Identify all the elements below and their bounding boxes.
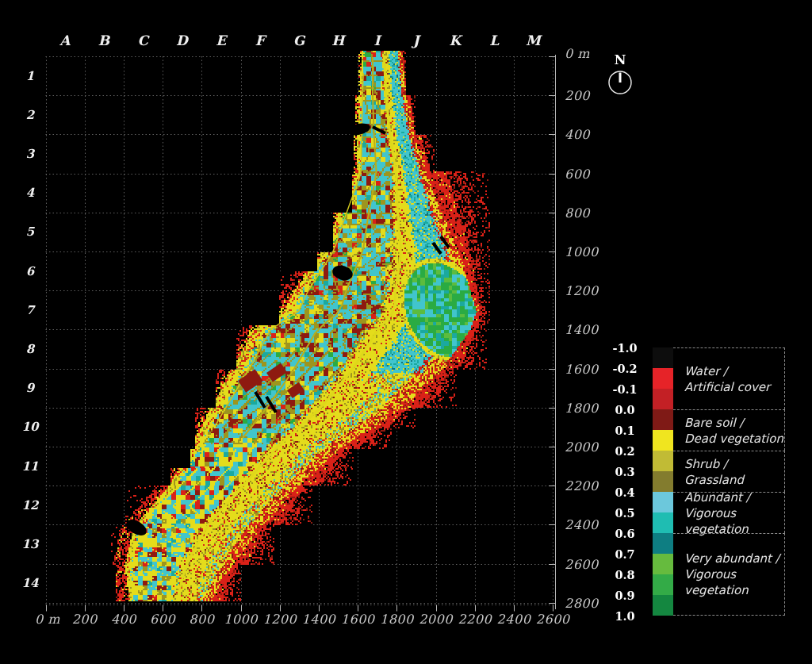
right-scale-tick-label: 2600 (565, 556, 599, 571)
grid-column-label: L (489, 33, 499, 48)
grid-row-label: 11 (22, 459, 39, 474)
bottom-scale-tick-label: 0 m (35, 612, 60, 627)
grid-row-label: 13 (22, 537, 39, 551)
grid-column-label: J (413, 33, 420, 48)
grid-column-label: D (176, 33, 188, 48)
legend-color-swatch (653, 492, 673, 512)
legend-group-box: Bare soil /Dead vegetation (673, 409, 785, 451)
legend-color-swatch (653, 574, 673, 595)
grid-row-label: 7 (26, 303, 34, 317)
legend-tick-value: 0.8 (615, 568, 634, 581)
bottom-scale-tick-label: 200 (72, 612, 98, 627)
right-scale-tick-label: 200 (565, 88, 590, 103)
legend-tick-value: -0.1 (612, 382, 637, 396)
grid-row-label: 2 (26, 108, 34, 122)
legend-tick-value: 0.9 (615, 589, 634, 602)
grid-column-label: A (59, 33, 71, 48)
bottom-scale-tick-label: 2400 (497, 612, 531, 627)
bottom-scale-tick-label: 400 (111, 612, 136, 627)
right-scale-tick-label: 600 (565, 166, 590, 181)
legend-group-label-line: Dead vegetation (684, 431, 783, 447)
ndvi-map-page: ABCDEFGHIJKLM 1234567891011121314 0 m200… (0, 0, 812, 664)
legend-tick-value: 0.5 (615, 506, 634, 520)
legend-group-label-line: Grassland (684, 472, 744, 488)
grid-row-label: 12 (22, 498, 39, 512)
legend-color-swatch (653, 554, 673, 574)
grid-row-label: 14 (22, 576, 39, 590)
right-scale-tick-label: 1200 (565, 283, 599, 298)
legend-group-box: Water /Artificial cover (673, 347, 785, 409)
grid-row-label: 9 (26, 381, 34, 395)
legend-tick-value: 1.0 (615, 609, 634, 623)
legend-color-swatch (653, 595, 673, 616)
legend-group-label-line: Vigorous vegetation (684, 566, 784, 598)
legend-tick-value: -1.0 (612, 341, 637, 355)
grid-row-label: 6 (26, 264, 34, 278)
right-scale-tick-label: 1800 (565, 400, 599, 415)
grid-row-label: 10 (22, 420, 39, 434)
right-scale-tick-label: 800 (565, 205, 590, 220)
grid-row-label: 8 (26, 342, 34, 356)
right-scale-tick-label: 1000 (565, 244, 599, 259)
legend-group-label: Shrub /Grassland (684, 456, 744, 488)
legend-color-swatch (653, 409, 673, 430)
right-scale-tick-label: 1600 (565, 361, 599, 376)
bottom-scale-tick-label: 1000 (224, 612, 258, 627)
grid-column-label: G (293, 33, 305, 48)
bottom-scale-tick-label: 1400 (302, 612, 336, 627)
legend-tick-value: -0.2 (612, 362, 637, 375)
legend-tick-value: 0.7 (615, 547, 634, 561)
right-scale-tick-label: 400 (565, 127, 590, 142)
bottom-scale-tick-label: 1200 (262, 612, 297, 627)
legend-group-label-line: Vigorous vegetation (684, 505, 784, 537)
legend-group-box: Shrub /Grassland (673, 451, 785, 492)
legend-color-swatch (653, 389, 673, 409)
legend-color-swatch (653, 451, 673, 471)
legend-tick-value: 0.3 (615, 465, 634, 478)
right-scale-tick-label: 2400 (565, 517, 599, 532)
legend-group-box: Abundant /Vigorous vegetation (673, 492, 785, 533)
bottom-scale-tick-label: 1800 (380, 612, 414, 627)
grid-column-label: C (137, 33, 148, 48)
north-label: N (615, 52, 626, 67)
legend-tick-value: 0.2 (615, 444, 634, 458)
legend-color-swatch (653, 512, 673, 533)
grid-row-label: 5 (26, 225, 34, 239)
grid-row-label: 4 (26, 186, 34, 200)
bottom-scale-tick-label: 2200 (458, 612, 492, 627)
grid-column-label: F (255, 33, 266, 48)
legend-group-label-line: Abundant / (684, 489, 784, 505)
legend-group-label-line: Bare soil / (684, 415, 783, 431)
bottom-scale-tick-label: 600 (150, 612, 175, 627)
grid-column-label: K (450, 33, 462, 48)
grid-column-label: I (374, 33, 381, 48)
legend-group-label-line: Water / (684, 363, 770, 379)
right-scale-tick-label: 1400 (565, 322, 599, 337)
legend-color-swatch (653, 368, 673, 389)
legend-tick-value: 0.1 (615, 424, 634, 437)
north-arrow: N (603, 52, 638, 100)
legend-group-label-line: Artificial cover (684, 379, 770, 395)
legend-tick-value: 0.0 (615, 403, 634, 416)
legend-group-label: Very abundant /Vigorous vegetation (684, 551, 784, 598)
bottom-scale-tick-label: 2600 (536, 612, 570, 627)
legend-color-swatch (653, 471, 673, 492)
grid-row-label: 1 (26, 69, 34, 83)
legend-tick-value: 0.4 (615, 486, 634, 499)
legend-tick-value: 0.6 (615, 527, 634, 540)
grid-row-label: 3 (26, 147, 34, 161)
legend-group-label-line: Very abundant / (684, 551, 784, 566)
legend-color-swatch (653, 430, 673, 451)
grid-column-label: M (526, 33, 541, 48)
right-scale-tick-label: 2000 (565, 439, 599, 455)
grid-column-label: H (331, 33, 345, 48)
right-scale-tick-label: 2800 (565, 595, 599, 610)
bottom-scale-tick-label: 2000 (419, 612, 453, 627)
right-scale-tick-label: 2200 (565, 478, 599, 493)
bottom-scale-tick-label: 1600 (341, 612, 375, 627)
legend-group-label: Bare soil /Dead vegetation (684, 415, 783, 447)
legend-group-label: Water /Artificial cover (684, 363, 770, 395)
legend-group-label: Abundant /Vigorous vegetation (684, 489, 784, 537)
grid-column-label: E (216, 33, 226, 48)
legend-color-swatch (653, 533, 673, 554)
